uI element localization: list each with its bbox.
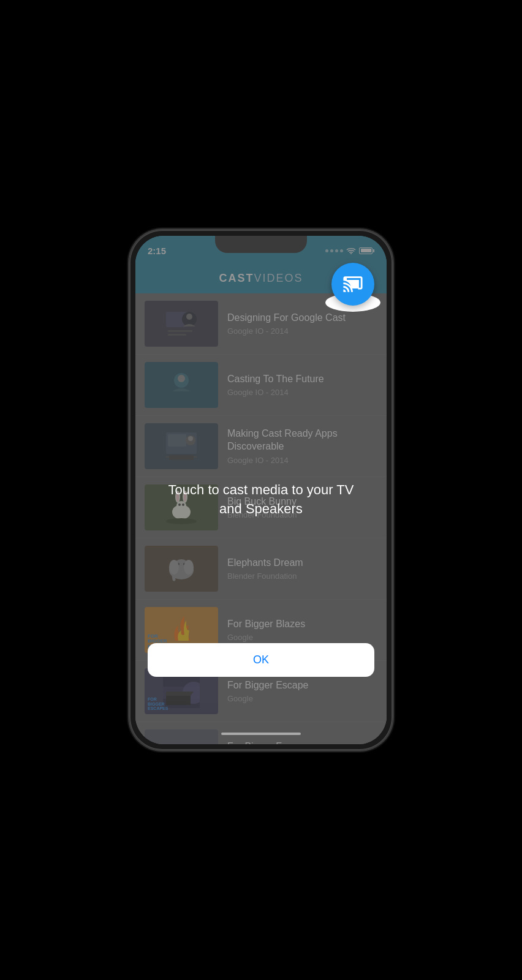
home-indicator [221, 733, 301, 735]
phone-screen: 2:15 [135, 236, 387, 744]
cast-button[interactable] [331, 263, 374, 306]
cast-button-container [331, 263, 374, 306]
cast-icon [342, 274, 363, 295]
ok-dialog[interactable]: OK [148, 643, 374, 677]
ok-button-label: OK [253, 654, 269, 666]
phone-frame: 2:15 [129, 230, 393, 750]
tooltip-message: Touch to cast media to your TV and Speak… [135, 469, 387, 531]
